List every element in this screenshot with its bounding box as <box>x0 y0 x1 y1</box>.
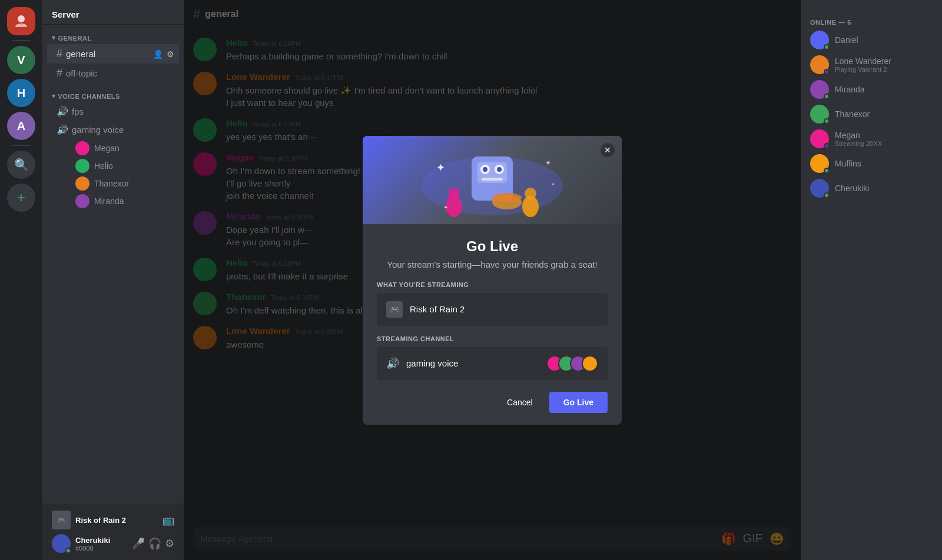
server-icon-4[interactable]: A <box>7 112 35 140</box>
status-indicator <box>824 94 830 99</box>
chevron-down-icon: ▾ <box>52 34 56 42</box>
svg-text:✦: ✦ <box>436 162 445 174</box>
stream-icon[interactable]: 📺 <box>162 515 174 526</box>
channel-fps[interactable]: 🔊 fps <box>47 102 179 121</box>
status-indicator <box>824 118 830 124</box>
channel-field: 🔊 gaming voice <box>377 347 608 380</box>
member-item-cherukiki[interactable]: Cherukiki <box>805 176 937 200</box>
status-indicator <box>824 192 830 198</box>
svg-rect-8 <box>482 178 503 181</box>
add-server-button[interactable]: + <box>7 184 35 212</box>
avatar <box>75 194 89 208</box>
status-indicator <box>65 548 71 554</box>
members-sidebar: ONLINE — 6 Daniel Lone Wanderer Playing … <box>801 0 942 560</box>
category-general: ▾ GENERAL <box>42 25 184 44</box>
illustration-inner: ✦ ✦ ✦ ✦ <box>363 136 622 224</box>
illustration-svg: ✦ ✦ ✦ ✦ <box>404 139 581 221</box>
hash-icon: # <box>57 48 62 60</box>
online-category: ONLINE — 6 <box>805 9 937 28</box>
username: Cherukiki <box>75 536 127 545</box>
member-game: Streaming 20XX <box>835 140 882 147</box>
member-item-megan[interactable]: Megan Streaming 20XX <box>805 127 937 151</box>
channel-avatars <box>546 355 598 372</box>
member-name: Muffins <box>835 159 861 168</box>
member-info: Cherukiki <box>835 184 869 193</box>
member-info: Thanexor <box>835 109 870 119</box>
game-status-bar[interactable]: 🎮 Risk of Rain 2 📺 <box>47 508 179 532</box>
channel-section-label: STREAMING CHANNEL <box>377 335 608 342</box>
member-item-muffins[interactable]: Muffins <box>805 152 937 175</box>
go-live-modal: ✦ ✦ ✦ ✦ ✕ Go Live Your stream's starting… <box>363 136 622 425</box>
avatar <box>810 31 829 49</box>
avatar <box>810 179 829 198</box>
server-icon-1[interactable] <box>7 7 35 35</box>
member-name: Thanexor <box>835 109 870 119</box>
status-indicator <box>824 168 830 174</box>
member-info: Miranda <box>835 85 865 94</box>
svg-point-10 <box>448 188 460 199</box>
game-name: Risk of Rain 2 <box>75 516 158 525</box>
status-indicator <box>824 143 830 149</box>
modal-illustration: ✦ ✦ ✦ ✦ ✕ <box>363 136 622 224</box>
member-item-thanexor[interactable]: Thanexor <box>805 102 937 126</box>
close-icon: ✕ <box>604 145 611 155</box>
speaker-icon-2: 🔊 <box>57 124 68 135</box>
voice-user-thanexor[interactable]: Thanexor <box>71 175 179 192</box>
server-icon-2[interactable]: V <box>7 46 35 74</box>
modal-close-button[interactable]: ✕ <box>601 143 615 157</box>
voice-user-miranda[interactable]: Miranda <box>71 193 179 209</box>
member-info: Daniel <box>835 35 858 45</box>
cancel-button[interactable]: Cancel <box>497 393 542 412</box>
game-field: 🎮 Risk of Rain 2 <box>377 293 608 326</box>
modal-actions: Cancel Go Live <box>377 392 608 413</box>
svg-text:✦: ✦ <box>551 182 555 187</box>
settings-icon[interactable]: ⚙ <box>167 49 174 59</box>
member-item-miranda[interactable]: Miranda <box>805 78 937 101</box>
channel-gaming-voice[interactable]: 🔊 gaming voice <box>47 121 179 139</box>
svg-text:✦: ✦ <box>545 159 551 167</box>
settings-icon[interactable]: ⚙ <box>165 537 174 550</box>
server-divider <box>12 40 31 41</box>
user-actions: 🎤 🎧 ⚙ <box>132 537 174 550</box>
server-sidebar: V H A 🔍 + <box>0 0 42 560</box>
avatar <box>810 55 829 74</box>
game-name: Risk of Rain 2 <box>410 304 465 314</box>
server-divider-2 <box>12 145 31 146</box>
go-live-button[interactable]: Go Live <box>549 392 608 413</box>
member-item-daniel[interactable]: Daniel <box>805 28 937 52</box>
mic-icon[interactable]: 🎤 <box>132 537 145 550</box>
svg-point-14 <box>492 193 522 202</box>
chevron-down-icon-2: ▾ <box>52 92 56 100</box>
search-icon[interactable]: 🔍 <box>7 151 35 179</box>
speaker-icon: 🔊 <box>57 106 68 117</box>
avatar <box>75 141 89 155</box>
member-info: Lone Wanderer Playing Valorant 2 <box>835 56 891 73</box>
channel-general[interactable]: # general 👤 ⚙ <box>47 44 179 64</box>
game-icon: 🎮 <box>52 511 71 529</box>
server-name[interactable]: Server <box>42 0 184 25</box>
svg-point-12 <box>525 188 536 199</box>
member-item-lone-wanderer[interactable]: Lone Wanderer Playing Valorant 2 <box>805 53 937 76</box>
voice-user-megan[interactable]: Megan <box>71 140 179 156</box>
avatar <box>810 105 829 124</box>
user-avatar-wrapper <box>52 534 71 553</box>
modal-title: Go Live <box>377 238 608 255</box>
hash-icon-2: # <box>57 67 62 79</box>
member-info: Megan Streaming 20XX <box>835 131 882 147</box>
member-name: Megan <box>835 131 882 140</box>
add-member-icon[interactable]: 👤 <box>153 49 163 59</box>
channel-off-topic[interactable]: # off-topic <box>47 64 179 83</box>
member-name: Cherukiki <box>835 184 869 193</box>
member-name: Daniel <box>835 35 858 45</box>
game-info: Risk of Rain 2 <box>75 516 158 525</box>
channel-icons: 👤 ⚙ <box>153 49 174 59</box>
voice-user-helio[interactable]: Helio <box>71 158 179 174</box>
modal-subtitle: Your stream's starting—have your friends… <box>377 259 608 269</box>
modal-body: Go Live Your stream's starting—have your… <box>363 224 622 425</box>
svg-text:✦: ✦ <box>443 204 448 211</box>
server-icon-3[interactable]: H <box>7 79 35 107</box>
category-voice: ▾ VOICE CHANNELS <box>42 83 184 102</box>
voice-users-list: Megan Helio Thanexor Miranda <box>42 139 184 211</box>
headset-icon[interactable]: 🎧 <box>148 537 161 550</box>
streaming-section-label: WHAT YOU'RE STREAMING <box>377 281 608 288</box>
